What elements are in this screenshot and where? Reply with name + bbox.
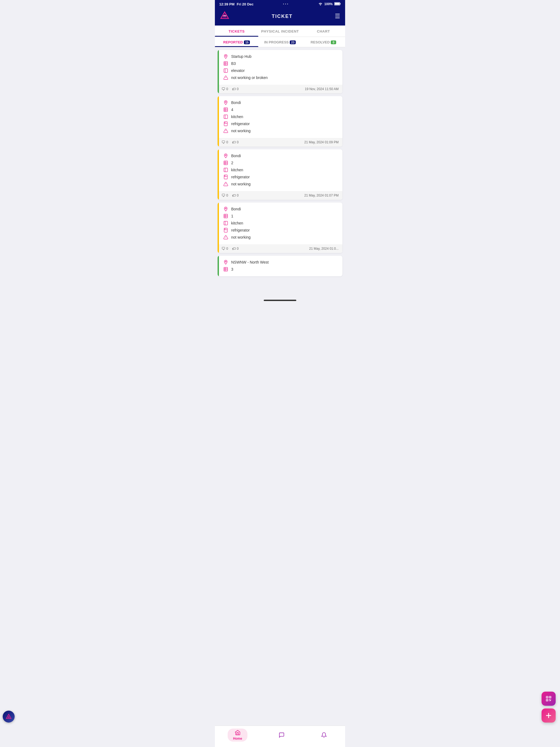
app-header: TICKET ☰ [215, 8, 345, 26]
tag-count: 0 [237, 140, 239, 144]
svg-rect-44 [224, 221, 228, 225]
nav-notifications[interactable] [316, 731, 332, 739]
area-icon [223, 221, 229, 226]
subtab-resolved[interactable]: RESOLVED 0 [302, 37, 345, 47]
location-icon [223, 100, 229, 105]
comment-count: 0 [226, 87, 228, 91]
ticket-issue: not working [231, 182, 251, 186]
nav-home[interactable]: Home [228, 728, 247, 742]
issue-icon [223, 181, 229, 187]
ticket-area: elevator [231, 69, 245, 73]
svg-point-39 [225, 208, 226, 209]
app-logo [220, 11, 230, 22]
ticket-footer: 🗨 0 🏷 0 21 May, 2024 01:09 PM [218, 138, 342, 147]
comment-count: 0 [226, 140, 228, 144]
page-title: TICKET [272, 14, 293, 19]
svg-rect-20 [224, 115, 228, 119]
svg-rect-16 [224, 108, 228, 111]
issue-icon [223, 234, 229, 240]
ticket-list: Startup Hub B3 [215, 47, 345, 298]
subtab-reported[interactable]: REPORTED 15 [215, 37, 258, 47]
floor-icon [223, 160, 229, 165]
svg-point-36 [225, 176, 225, 176]
ticket-area: kitchen [231, 114, 243, 119]
ticket-footer: 🗨 0 🏷 0 21 May, 2024 01:0... [218, 244, 342, 253]
ticket-floor: 3 [231, 267, 233, 272]
ticket-area: kitchen [231, 221, 243, 225]
svg-rect-28 [224, 161, 228, 165]
area-icon [223, 68, 229, 73]
nav-home-label: Home [233, 737, 242, 741]
tab-tickets[interactable]: TICKETS [215, 26, 258, 37]
tag-icon: 🏷 [232, 193, 236, 198]
ticket-card[interactable]: NSWNW - North West 3 [218, 256, 342, 276]
svg-rect-32 [224, 168, 228, 172]
svg-point-27 [225, 155, 226, 156]
svg-rect-52 [224, 267, 228, 271]
area-icon [223, 167, 229, 173]
resolved-badge: 0 [331, 41, 336, 44]
ticket-issue: not working or broken [231, 75, 268, 80]
location-icon [223, 206, 229, 212]
tag-icon: 🏷 [232, 87, 236, 91]
issue-icon [223, 75, 229, 80]
floor-icon [223, 213, 229, 219]
issue-icon [223, 128, 229, 133]
ticket-location: Bondi [231, 100, 241, 105]
equipment-icon [223, 121, 229, 127]
status-bar: 12:39 PM Fri 20 Dec ··· 100% [215, 0, 345, 8]
svg-point-51 [225, 261, 226, 262]
location-icon [223, 259, 229, 265]
ticket-equipment: refrigerator [231, 175, 249, 179]
tag-count: 0 [237, 87, 239, 91]
svg-rect-1 [335, 3, 340, 5]
ticket-area: kitchen [231, 168, 243, 172]
svg-rect-11 [224, 69, 228, 73]
svg-rect-40 [224, 214, 228, 218]
tab-chart[interactable]: CHART [302, 26, 345, 37]
nav-chat[interactable] [273, 731, 290, 739]
ticket-equipment: refrigerator [231, 228, 249, 232]
ticket-issue: not working [231, 129, 251, 133]
ticket-equipment: refrigerator [231, 122, 249, 126]
inprogress-badge: 23 [290, 41, 296, 44]
equipment-icon [223, 228, 229, 233]
svg-point-24 [225, 123, 225, 123]
floor-icon [223, 61, 229, 66]
subtab-inprogress[interactable]: IN PROGRESS 23 [258, 37, 302, 47]
status-time: 12:39 PM [219, 2, 234, 6]
battery-percent: 100% [324, 2, 332, 6]
location-icon [223, 153, 229, 158]
floor-icon [223, 266, 229, 272]
tag-count: 0 [237, 247, 239, 251]
tab-physical-incident[interactable]: PHYSICAL INCIDENT [258, 26, 302, 37]
comment-icon: 🗨 [221, 247, 225, 251]
ticket-timestamp: 21 May, 2024 01:09 PM [304, 140, 339, 144]
ticket-card[interactable]: Bondi 2 [218, 149, 342, 200]
status-dots: ··· [283, 2, 289, 6]
floor-icon [223, 107, 229, 112]
ticket-card[interactable]: Startup Hub B3 [218, 50, 342, 93]
ticket-location: Startup Hub [231, 54, 251, 59]
comment-count: 0 [226, 194, 228, 197]
svg-rect-2 [340, 3, 341, 4]
comment-icon: 🗨 [221, 87, 225, 91]
comment-count: 0 [226, 247, 228, 251]
ticket-location: NSWNW - North West [231, 260, 269, 264]
ticket-location: Bondi [231, 207, 241, 211]
location-icon [223, 54, 229, 59]
ticket-card[interactable]: Bondi 4 [218, 96, 342, 147]
ticket-floor: 1 [231, 214, 233, 218]
wifi-icon [318, 2, 323, 6]
ticket-timestamp: 21 May, 2024 01:07 PM [304, 194, 339, 197]
ticket-footer: 🗨 0 🏷 0 21 May, 2024 01:07 PM [218, 191, 342, 200]
svg-point-48 [225, 229, 225, 229]
comment-icon: 🗨 [221, 140, 225, 145]
inprogress-label: IN PROGRESS [264, 40, 289, 44]
bottom-nav: Home [215, 726, 345, 747]
comment-icon: 🗨 [221, 193, 225, 198]
equipment-icon [223, 174, 229, 180]
ticket-floor: 2 [231, 161, 233, 165]
ticket-card[interactable]: Bondi 1 [218, 203, 342, 253]
menu-icon[interactable]: ☰ [335, 13, 340, 20]
